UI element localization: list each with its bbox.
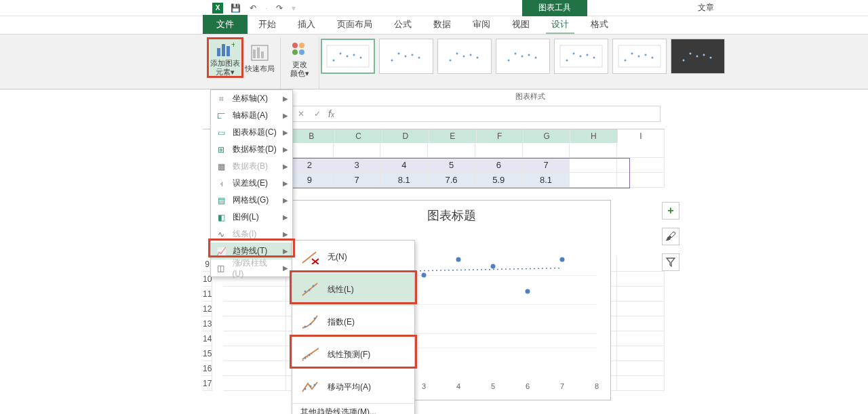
col-header-D[interactable]: D — [382, 129, 429, 143]
tab-data[interactable]: 数据 — [422, 15, 462, 34]
chart-style-5[interactable] — [554, 39, 608, 74]
svg-text:+: + — [231, 40, 235, 49]
trendline-forecast-label: 线性预测(F) — [328, 349, 370, 360]
add-chart-element-icon: + — [215, 40, 235, 58]
menu-data-table-label: 数据表(B) — [233, 161, 268, 172]
submenu-arrow-icon: ▶ — [283, 264, 288, 272]
trendline-linear-forecast[interactable]: 线性预测(F) — [292, 338, 414, 371]
svg-point-15 — [347, 56, 349, 58]
submenu-arrow-icon: ▶ — [283, 129, 288, 136]
cancel-icon[interactable]: ✕ — [293, 109, 309, 119]
trendline-more-options[interactable]: 其他趋势线选项(M)... — [292, 403, 414, 414]
svg-point-66 — [314, 384, 316, 386]
tab-file[interactable]: 文件 — [203, 15, 248, 34]
chart-style-7[interactable] — [671, 39, 725, 74]
menu-legend[interactable]: ◧图例(L)▶ — [211, 209, 292, 226]
chart-styles-gallery[interactable] — [319, 37, 726, 89]
axis-titles-icon: ⫍ — [215, 111, 227, 121]
tab-formulas[interactable]: 公式 — [383, 15, 422, 34]
enter-icon[interactable]: ✓ — [309, 109, 326, 119]
chart-style-2[interactable] — [379, 39, 433, 74]
qat-dropdown-icon[interactable]: ▾ — [292, 3, 296, 13]
row-header-16[interactable]: 16 — [203, 361, 212, 376]
col-header-B[interactable]: B — [288, 129, 335, 143]
tab-insert[interactable]: 插入 — [287, 15, 326, 34]
svg-point-16 — [353, 54, 355, 56]
col-header-F[interactable]: F — [477, 129, 524, 143]
menu-data-labels[interactable]: ⊞数据标签(D)▶ — [211, 141, 292, 158]
change-colors-button[interactable]: 更改 颜色▾ — [285, 37, 315, 78]
menu-axes[interactable]: ⌗坐标轴(X)▶ — [211, 90, 292, 107]
axes-icon: ⌗ — [215, 94, 227, 104]
svg-point-56 — [313, 285, 315, 287]
menu-gridlines[interactable]: ▤网格线(G)▶ — [211, 192, 292, 209]
col-header-I[interactable]: I — [618, 129, 665, 143]
trendline-icon: 📈 — [215, 247, 227, 256]
menu-gridlines-label: 网格线(G) — [233, 194, 269, 206]
svg-point-13 — [333, 60, 335, 62]
trendline-linear[interactable]: 线性(L) — [292, 273, 414, 306]
menu-axis-titles[interactable]: ⫍轴标题(A)▶ — [211, 107, 292, 124]
save-icon[interactable]: 💾 — [230, 3, 241, 14]
chart-styles-button[interactable]: 🖌 — [662, 228, 679, 245]
row-header-14[interactable]: 14 — [203, 331, 212, 346]
chart-elements-button[interactable]: + — [662, 202, 679, 220]
col-header-E[interactable]: E — [429, 129, 476, 143]
trendline-moving-average[interactable]: 移动平均(A) — [292, 371, 414, 403]
chart-style-6[interactable] — [612, 39, 667, 74]
svg-point-54 — [304, 291, 307, 293]
menu-error-bars[interactable]: ⫞误差线(E)▶ — [211, 175, 292, 192]
svg-point-34 — [566, 60, 568, 62]
tab-page-layout[interactable]: 页面布局 — [326, 15, 383, 34]
tab-home[interactable]: 开始 — [248, 15, 287, 34]
trendline-exponential[interactable]: 指数(E) — [292, 306, 414, 338]
col-header-C[interactable]: C — [335, 129, 382, 143]
svg-point-64 — [304, 388, 307, 390]
undo-icon[interactable]: ↶ — [248, 3, 258, 14]
submenu-arrow-icon: ▶ — [283, 196, 288, 204]
svg-point-65 — [310, 386, 312, 388]
tab-design[interactable]: 设计 — [540, 15, 580, 34]
add-chart-element-button[interactable]: + 添加图表 元素▾ — [207, 37, 243, 78]
row-header-12[interactable]: 12 — [203, 302, 212, 316]
svg-point-58 — [310, 323, 312, 325]
tab-format[interactable]: 格式 — [580, 15, 619, 34]
svg-point-17 — [360, 57, 362, 59]
fx-icon[interactable]: fx — [328, 108, 334, 119]
row-header-17[interactable]: 17 — [203, 376, 212, 391]
formula-bar: ✕ ✓ fx — [293, 106, 660, 122]
chart-style-3[interactable] — [437, 39, 492, 74]
row-header-13[interactable]: 13 — [203, 316, 212, 331]
trendline-none[interactable]: 无(N) — [292, 241, 414, 273]
svg-point-9 — [299, 43, 304, 48]
chart-layouts-group: + 添加图表 元素▾ 快速布局 — [203, 37, 281, 89]
excel-icon: X — [212, 3, 223, 14]
trendline-more-label: 其他趋势线选项(M)... — [300, 407, 376, 414]
chart-title-icon: ▭ — [215, 128, 227, 138]
change-colors-icon — [290, 39, 310, 59]
svg-point-8 — [292, 43, 298, 48]
column-headers: BCDEFGHI — [288, 129, 665, 143]
trendline-linear-icon — [300, 280, 319, 299]
chart-filters-button[interactable] — [662, 253, 679, 271]
menu-axis-titles-label: 轴标题(A) — [233, 110, 268, 121]
redo-icon[interactable]: ↷ — [274, 3, 285, 14]
tab-view[interactable]: 视图 — [501, 15, 540, 34]
chart-title[interactable]: 图表标题 — [293, 201, 610, 226]
col-header-H[interactable]: H — [570, 129, 617, 143]
row-header-15[interactable]: 15 — [203, 346, 212, 361]
col-header-G[interactable]: G — [524, 129, 570, 143]
menu-chart-title[interactable]: ▭图表标题(C)▶ — [211, 124, 292, 141]
svg-point-40 — [625, 60, 627, 62]
svg-point-35 — [573, 53, 575, 55]
tab-review[interactable]: 审阅 — [462, 15, 501, 34]
quick-layout-button[interactable]: 快速布局 — [243, 37, 276, 78]
chart-style-1[interactable] — [321, 39, 375, 74]
menu-trendline-label: 趋势线(T) — [233, 245, 267, 257]
trendline-none-label: 无(N) — [328, 251, 347, 263]
svg-point-59 — [314, 318, 316, 320]
svg-point-49 — [710, 57, 712, 59]
row-header-11[interactable]: 11 — [203, 287, 212, 302]
chart-style-4[interactable] — [496, 39, 550, 74]
ribbon-tabs: 文件 开始 插入 页面布局 公式 数据 审阅 视图 设计 格式 — [0, 16, 868, 34]
